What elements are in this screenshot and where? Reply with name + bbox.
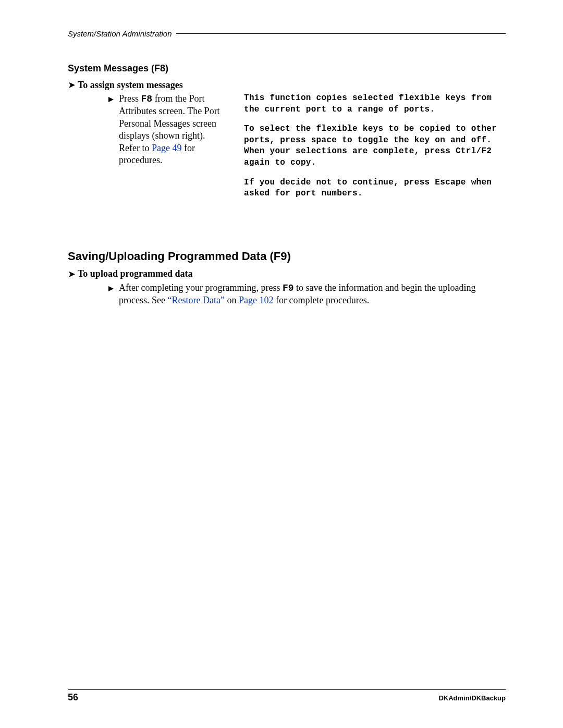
step-row: After completing your programming, press… [68, 282, 506, 307]
section-system-messages: System Messages (F8) ➤ To assign system … [68, 63, 506, 208]
arrow-right-icon: ➤ [68, 268, 76, 280]
sub-heading: To upload programmed data [78, 268, 193, 279]
page-link[interactable]: Page 102 [239, 295, 274, 305]
footer-rule [68, 689, 506, 690]
page-link[interactable]: Page 49 [152, 143, 182, 153]
section-saving-uploading: Saving/Uploading Programmed Data (F9) ➤ … [68, 250, 506, 307]
two-column-layout: Press F8 from the Port Attributes screen… [119, 93, 506, 208]
breadcrumb: System/Station Administration [68, 29, 176, 38]
sub-heading: To assign system messages [78, 80, 183, 91]
step-text: Press F8 from the Port Attributes screen… [119, 93, 223, 166]
step-row: Press F8 from the Port Attributes screen… [68, 93, 506, 208]
screen-paragraph-3: If you decide not to continue, press Esc… [244, 177, 506, 200]
sub-heading-row: ➤ To assign system messages [68, 79, 506, 91]
section-heading: Saving/Uploading Programmed Data (F9) [68, 250, 506, 263]
key-f9: F9 [283, 283, 294, 293]
footer-row: 56 DKAdmin/DKBackup [68, 692, 506, 703]
screen-output: This function copies selected flexible k… [223, 93, 506, 208]
screen-paragraph-1: This function copies selected flexible k… [244, 93, 506, 115]
page-footer: 56 DKAdmin/DKBackup [68, 689, 506, 703]
page-number: 56 [68, 692, 78, 703]
restore-data-link[interactable]: “Restore Data” [167, 295, 224, 305]
section-heading: System Messages (F8) [68, 63, 506, 74]
header-rule [176, 33, 506, 34]
screen-paragraph-2: To select the flexible keys to be copied… [244, 124, 506, 168]
page-header: System/Station Administration [68, 29, 506, 38]
doc-title: DKAdmin/DKBackup [438, 694, 506, 702]
key-f8: F8 [141, 94, 153, 104]
step-prefix: Press [119, 93, 141, 104]
arrow-right-icon: ➤ [68, 79, 76, 91]
page-container: System/Station Administration System Mes… [0, 0, 563, 728]
step-bullet [108, 93, 119, 104]
step-bullet [108, 282, 119, 293]
sub-heading-row: ➤ To upload programmed data [68, 268, 506, 280]
step-prefix: After completing your programming, press [119, 282, 283, 293]
triangle-right-icon [108, 97, 114, 102]
step-text: After completing your programming, press… [119, 282, 506, 307]
triangle-right-icon [108, 286, 114, 291]
step-mid2: on [225, 295, 239, 305]
step-suffix: for complete procedures. [273, 295, 369, 305]
